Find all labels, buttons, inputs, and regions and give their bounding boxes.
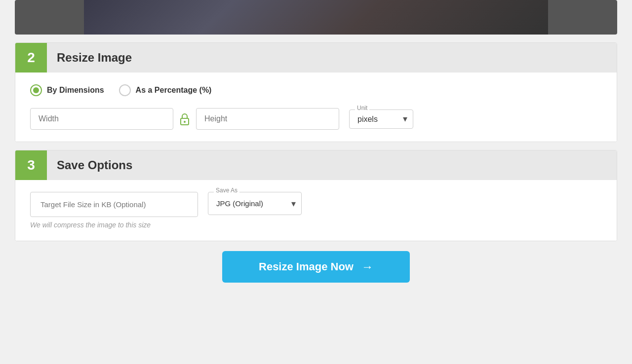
lock-icon — [173, 112, 196, 126]
save-options-row: Save As JPG (Original) PNG GIF BMP WEBP … — [30, 192, 602, 217]
height-input[interactable] — [196, 108, 339, 130]
resize-button-wrapper: Resize Image Now → — [15, 251, 617, 297]
resize-image-now-button[interactable]: Resize Image Now → — [222, 251, 410, 283]
resize-section-title: Resize Image — [57, 51, 132, 65]
unit-label: Unit — [355, 105, 369, 111]
as-percentage-radio[interactable] — [119, 84, 131, 96]
page-wrapper: 2 Resize Image By Dimensions As a Percen… — [15, 0, 617, 297]
image-preview — [84, 0, 548, 35]
width-input[interactable] — [30, 108, 173, 130]
resize-section-body: By Dimensions As a Percentage (%) — [15, 73, 617, 142]
by-dimensions-label: By Dimensions — [47, 86, 104, 95]
dimension-row: Unit pixels inches cm mm % ▾ — [30, 108, 602, 130]
save-section-body: Save As JPG (Original) PNG GIF BMP WEBP … — [15, 180, 617, 241]
resize-button-arrow-icon: → — [361, 260, 373, 274]
section-3-number: 3 — [15, 150, 47, 180]
as-percentage-label: As a Percentage (%) — [136, 86, 212, 95]
save-as-select[interactable]: JPG (Original) PNG GIF BMP WEBP — [208, 192, 302, 215]
save-section-title: Save Options — [57, 158, 132, 172]
section-2-number: 2 — [15, 43, 47, 73]
save-as-wrapper: Save As JPG (Original) PNG GIF BMP WEBP … — [208, 192, 302, 215]
save-as-label: Save As — [214, 187, 239, 194]
resize-radio-group: By Dimensions As a Percentage (%) — [30, 84, 602, 96]
by-dimensions-option[interactable]: By Dimensions — [30, 84, 104, 96]
by-dimensions-radio[interactable] — [30, 84, 42, 96]
resize-image-section: 2 Resize Image By Dimensions As a Percen… — [15, 42, 617, 142]
resize-section-header: 2 Resize Image — [15, 43, 617, 73]
svg-point-1 — [184, 121, 186, 123]
target-file-size-input[interactable] — [30, 192, 198, 217]
compress-hint: We will compress the image to this size — [30, 221, 602, 229]
image-preview-container — [15, 0, 617, 35]
unit-select[interactable]: pixels inches cm mm % — [349, 109, 413, 129]
as-percentage-option[interactable]: As a Percentage (%) — [119, 84, 212, 96]
save-section-header: 3 Save Options — [15, 150, 617, 180]
unit-dropdown-wrapper: Unit pixels inches cm mm % ▾ — [349, 109, 413, 129]
save-options-section: 3 Save Options Save As JPG (Original) PN… — [15, 150, 617, 241]
resize-button-label: Resize Image Now — [259, 260, 354, 273]
